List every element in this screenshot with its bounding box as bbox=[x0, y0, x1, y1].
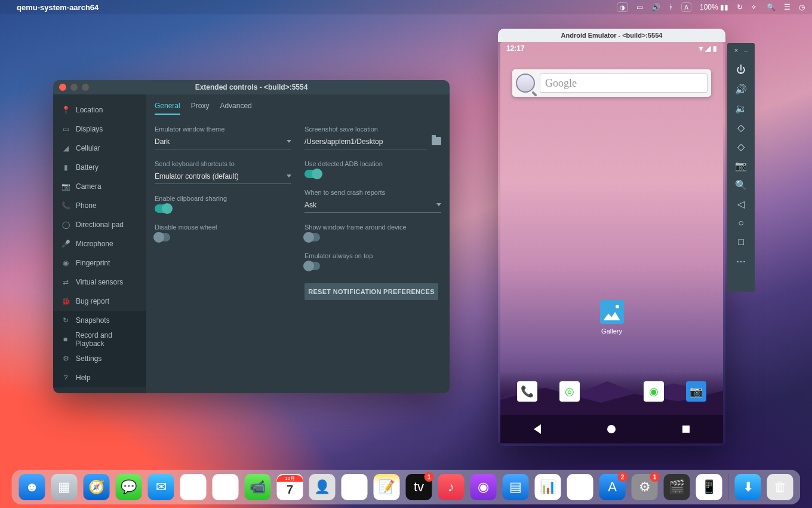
android-navbar bbox=[500, 415, 723, 443]
crash-select[interactable]: Ask bbox=[304, 197, 441, 213]
camera-icon[interactable]: 📷 bbox=[736, 160, 746, 171]
dock-keynote[interactable]: ▤ bbox=[503, 474, 529, 500]
screenshot-path-field[interactable]: /Users/applem1/Desktop bbox=[304, 134, 427, 149]
dock-trash[interactable]: 🗑 bbox=[767, 474, 793, 500]
device-screen[interactable]: 12:17 ▾ ◢ ▮ Google Gallery 📞 ◎ ◉ 📷 bbox=[500, 42, 723, 443]
dock-simulator[interactable]: 📱 bbox=[696, 474, 722, 500]
dock-reminders[interactable]: ☰ bbox=[342, 474, 368, 500]
status-accessibility-icon[interactable]: ◑ bbox=[617, 2, 628, 12]
frame-toggle[interactable] bbox=[304, 233, 320, 241]
sidebar-item-directional-pad[interactable]: ◯Directional pad bbox=[53, 215, 146, 234]
camera-app[interactable]: 📷 bbox=[686, 381, 706, 402]
status-wifi-icon[interactable]: ᯤ bbox=[751, 3, 758, 11]
toolbar-overview-icon[interactable]: □ bbox=[736, 237, 746, 247]
rotate-right-icon[interactable]: ◇ bbox=[736, 141, 746, 152]
dock-fcpro[interactable]: 🎬 bbox=[664, 474, 690, 500]
clipboard-toggle[interactable] bbox=[155, 204, 170, 213]
theme-select[interactable]: Dark bbox=[155, 134, 291, 149]
android-statusbar: 12:17 ▾ ◢ ▮ bbox=[500, 42, 723, 55]
search-box[interactable]: Google bbox=[540, 74, 708, 93]
dock-safari[interactable]: 🧭 bbox=[84, 474, 110, 500]
dock-launchpad[interactable]: ▦ bbox=[51, 474, 78, 500]
toolbar-home-icon[interactable]: ○ bbox=[736, 218, 746, 228]
gallery-app[interactable]: Gallery bbox=[592, 300, 632, 335]
power-icon[interactable]: ⏻ bbox=[736, 65, 746, 75]
ec-main: GeneralProxyAdvanced Emulator window the… bbox=[146, 94, 450, 393]
dock-mail[interactable]: ✉ bbox=[148, 474, 174, 500]
dock-maps[interactable]: 🗺 bbox=[180, 474, 207, 500]
dock-calendar[interactable]: 12月7 bbox=[277, 474, 303, 500]
sidebar-item-displays[interactable]: ▭Displays bbox=[53, 120, 146, 139]
sidebar-item-microphone[interactable]: 🎤Microphone bbox=[53, 234, 146, 253]
dock-podcasts[interactable]: ◉ bbox=[470, 474, 497, 500]
sidebar-item-record-and-playback[interactable]: ■Record and Playback bbox=[53, 330, 146, 349]
search-widget[interactable]: Google bbox=[512, 69, 711, 97]
status-input-icon[interactable]: A bbox=[681, 2, 691, 12]
phone-app[interactable]: 📞 bbox=[517, 381, 537, 402]
reset-notifications-button[interactable]: RESET NOTIFICATION PREFERENCES bbox=[304, 283, 438, 300]
dock-settings[interactable]: ⚙1 bbox=[632, 474, 658, 500]
tab-general[interactable]: General bbox=[155, 102, 180, 115]
sidebar-item-camera[interactable]: 📷Camera bbox=[53, 177, 146, 196]
mac-menubar: qemu-system-aarch64 ◑ ▭ 🔊 ᚼ A 100% ▮▮ ↻ … bbox=[0, 0, 812, 14]
mousewheel-toggle[interactable] bbox=[155, 233, 170, 241]
dock-music[interactable]: ♪ bbox=[438, 474, 465, 500]
zoom-in-icon[interactable]: 🔍 bbox=[736, 179, 746, 190]
sidebar-item-location[interactable]: 📍Location bbox=[53, 100, 146, 120]
menubar-app-name[interactable]: qemu-system-aarch64 bbox=[17, 3, 99, 12]
minimize-icon[interactable] bbox=[70, 84, 78, 91]
tab-proxy[interactable]: Proxy bbox=[191, 102, 210, 115]
status-volume-icon[interactable]: 🔊 bbox=[651, 3, 660, 11]
dock-contacts[interactable]: 👤 bbox=[309, 474, 336, 500]
always-on-top-toggle[interactable] bbox=[304, 262, 320, 270]
zoom-icon[interactable] bbox=[82, 84, 89, 91]
sidebar-item-help[interactable]: ?Help bbox=[53, 368, 146, 387]
dock-notes[interactable]: 📝 bbox=[374, 474, 400, 500]
sidebar-icon: ◢ bbox=[61, 144, 70, 152]
sidebar-item-snapshots[interactable]: ↻Snapshots bbox=[53, 311, 146, 330]
status-bluetooth-icon[interactable]: ᚼ bbox=[669, 3, 673, 11]
sidebar-item-virtual-sensors[interactable]: ⇄Virtual sensors bbox=[53, 273, 146, 292]
sidebar-item-settings[interactable]: ⚙Settings bbox=[53, 349, 146, 368]
volume-down-icon[interactable]: 🔉 bbox=[736, 103, 746, 114]
dock-downloads[interactable]: ⬇ bbox=[735, 474, 761, 500]
rotate-left-icon[interactable]: ◇ bbox=[736, 122, 746, 133]
emulator-titlebar[interactable]: Android Emulator - <build>:5554 bbox=[498, 29, 725, 42]
kbd-shortcut-select[interactable]: Emulator controls (default) bbox=[155, 169, 291, 184]
toolbar-minimize-icon[interactable]: – bbox=[744, 47, 748, 54]
close-icon[interactable] bbox=[59, 84, 66, 91]
dock-messages[interactable]: 💬 bbox=[116, 474, 142, 500]
window-titlebar[interactable]: Extended controls - <build>:5554 bbox=[53, 80, 450, 94]
status-battery-text[interactable]: 100% ▮▮ bbox=[700, 3, 728, 11]
dock-photos[interactable]: ❀ bbox=[213, 474, 239, 500]
adb-toggle[interactable] bbox=[304, 170, 320, 178]
status-clock-icon[interactable]: ◷ bbox=[799, 3, 805, 11]
dock-facetime[interactable]: 📹 bbox=[245, 474, 271, 500]
sidebar-item-fingerprint[interactable]: ◉Fingerprint bbox=[53, 253, 146, 273]
sidebar-item-battery[interactable]: ▮Battery bbox=[53, 158, 146, 177]
toolbar-back-icon[interactable]: ◁ bbox=[736, 198, 746, 209]
folder-icon[interactable] bbox=[432, 137, 441, 145]
toolbar-more-icon[interactable]: ⋯ bbox=[736, 256, 746, 267]
dock-appstore[interactable]: A2 bbox=[599, 474, 626, 500]
messaging-app[interactable]: ◎ bbox=[559, 381, 580, 402]
status-spotlight-icon[interactable]: 🔍 bbox=[767, 3, 776, 11]
dock-numbers[interactable]: 📊 bbox=[535, 474, 561, 500]
toolbar-close-icon[interactable]: × bbox=[734, 47, 738, 54]
dock-finder[interactable]: ☻ bbox=[19, 474, 45, 500]
status-timemachine-icon[interactable]: ↻ bbox=[737, 3, 743, 11]
status-controlcenter-icon[interactable]: ☰ bbox=[784, 3, 791, 11]
nav-back-icon[interactable] bbox=[534, 424, 541, 434]
status-screen-icon[interactable]: ▭ bbox=[636, 3, 643, 11]
tab-advanced[interactable]: Advanced bbox=[220, 102, 251, 115]
volume-up-icon[interactable]: 🔊 bbox=[736, 84, 746, 94]
android-app[interactable]: ◉ bbox=[644, 381, 664, 402]
dock-pages[interactable]: ✎ bbox=[567, 474, 593, 500]
sidebar-item-cellular[interactable]: ◢Cellular bbox=[53, 139, 146, 158]
sidebar-item-bug-report[interactable]: 🐞Bug report bbox=[53, 292, 146, 311]
nav-recent-icon[interactable] bbox=[682, 426, 690, 433]
nav-home-icon[interactable] bbox=[607, 425, 616, 433]
dock-tv[interactable]: tv1 bbox=[406, 474, 432, 500]
sidebar-item-phone[interactable]: 📞Phone bbox=[53, 196, 146, 215]
frame-label: Show window frame around device bbox=[304, 224, 441, 231]
